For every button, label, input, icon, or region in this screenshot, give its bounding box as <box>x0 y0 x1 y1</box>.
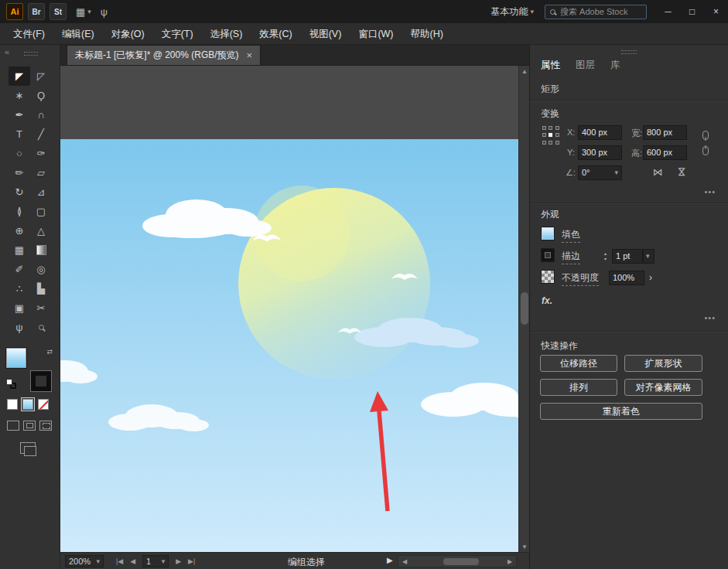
draw-behind-icon[interactable] <box>23 421 36 431</box>
menu-help[interactable]: 帮助(H) <box>402 23 452 45</box>
align-pixel-grid-button[interactable]: 对齐像素网格 <box>624 379 702 396</box>
line-segment-tool[interactable]: ╱ <box>30 124 52 144</box>
menu-type[interactable]: 文字(T) <box>153 23 202 45</box>
default-fill-stroke-icon[interactable] <box>6 379 16 389</box>
arrange-button[interactable]: 排列 <box>540 379 617 396</box>
vertical-scrollbar[interactable]: ▲ ▼ <box>518 66 529 552</box>
free-transform-tool[interactable]: ▢ <box>30 202 52 221</box>
mesh-tool[interactable]: ▦ <box>9 240 30 260</box>
bridge-button[interactable]: Br <box>28 3 45 20</box>
vertical-scroll-thumb[interactable] <box>521 292 528 325</box>
recolor-button[interactable]: 重新着色 <box>540 403 702 420</box>
horizontal-scrollbar[interactable]: ◀ ▶ <box>398 555 517 567</box>
search-input[interactable]: 搜索 Adobe Stock <box>545 5 647 19</box>
height-input[interactable]: 600 px <box>643 145 687 160</box>
fill-label[interactable]: 填色 <box>562 228 580 243</box>
stroke-weight-dropdown[interactable]: ▾ <box>643 249 655 264</box>
collapse-toolbar-icon[interactable]: « <box>5 47 9 56</box>
tab-libraries[interactable]: 库 <box>610 59 620 72</box>
menu-effect[interactable]: 效果(C) <box>251 23 300 45</box>
stock-button[interactable]: St <box>50 3 67 20</box>
menu-window[interactable]: 窗口(W) <box>350 23 402 45</box>
menu-edit[interactable]: 编辑(E) <box>53 23 103 45</box>
draw-normal-icon[interactable] <box>7 421 19 431</box>
opacity-select[interactable]: 100% <box>609 271 644 285</box>
perspective-grid-tool[interactable]: △ <box>30 221 52 240</box>
width-tool[interactable]: ≬ <box>9 202 30 221</box>
blend-tool[interactable]: ◎ <box>30 260 52 279</box>
color-button[interactable] <box>7 399 18 410</box>
workspace-switcher[interactable]: 基本功能 <box>490 5 528 19</box>
maximize-button[interactable]: □ <box>680 0 704 23</box>
more-options-icon[interactable]: ••• <box>704 187 716 196</box>
stepper-down-icon[interactable]: ▾ <box>604 257 607 261</box>
symbol-sprayer-tool[interactable]: ∴ <box>9 279 30 298</box>
fill-color-swatch[interactable] <box>6 348 26 368</box>
canvas-area[interactable]: ▲ ▼ <box>60 66 529 552</box>
opacity-label[interactable]: 不透明度 <box>562 271 599 286</box>
next-artboard-icon[interactable]: ▶ <box>176 557 181 565</box>
eraser-tool[interactable]: ▱ <box>30 163 52 182</box>
hand-share-icon[interactable]: ψ <box>101 6 108 18</box>
scroll-left-icon[interactable]: ◀ <box>400 558 409 565</box>
zoom-tool[interactable] <box>30 318 52 337</box>
selection-tool[interactable]: ◤ <box>9 66 30 86</box>
stroke-swatch[interactable] <box>542 249 554 261</box>
flip-horizontal-icon[interactable]: ⋈ <box>653 166 663 178</box>
shape-builder-tool[interactable]: ⊕ <box>9 221 30 240</box>
stroke-label[interactable]: 描边 <box>562 250 580 264</box>
layout-grid-icon[interactable]: ▦ <box>76 6 85 18</box>
stroke-weight-input[interactable]: 1 pt <box>612 249 643 264</box>
type-tool[interactable]: T <box>9 124 30 144</box>
artboard-number-select[interactable]: 1 ▾ <box>142 555 169 567</box>
panel-grip[interactable] <box>621 50 637 54</box>
tab-layers[interactable]: 图层 <box>576 59 595 72</box>
magic-wand-tool[interactable]: ∗ <box>9 86 30 105</box>
change-screen-mode-button[interactable] <box>20 442 36 454</box>
gradient-tool[interactable] <box>30 240 52 260</box>
reference-point-selector[interactable] <box>541 124 561 146</box>
minimize-button[interactable]: ─ <box>656 0 680 23</box>
close-tab-icon[interactable]: × <box>247 49 253 61</box>
draw-inside-icon[interactable] <box>39 421 52 431</box>
flip-vertical-icon[interactable]: ⋈ <box>676 167 688 177</box>
eyedropper-tool[interactable]: ✐ <box>9 260 30 279</box>
width-input[interactable]: 800 px <box>643 125 687 140</box>
swap-fill-stroke-icon[interactable]: ⇄ <box>46 348 53 356</box>
menu-view[interactable]: 视图(V) <box>301 23 350 45</box>
fill-swatch[interactable] <box>542 227 554 240</box>
direct-selection-tool[interactable]: ◸ <box>30 66 52 86</box>
opacity-swatch[interactable] <box>542 271 554 283</box>
offset-path-button[interactable]: 位移路径 <box>540 355 617 372</box>
angle-select[interactable]: 0° ▾ <box>578 165 622 180</box>
ellipse-tool[interactable]: ○ <box>9 144 30 163</box>
rotate-tool[interactable]: ↻ <box>9 182 30 202</box>
close-button[interactable]: × <box>704 0 728 23</box>
x-input[interactable]: 400 px <box>578 125 622 140</box>
menu-file[interactable]: 文件(F) <box>5 23 53 45</box>
menu-object[interactable]: 对象(O) <box>103 23 153 45</box>
stepper-up-icon[interactable]: ▴ <box>604 251 607 256</box>
toolbar-grip[interactable] <box>24 52 38 56</box>
opacity-expand-icon[interactable]: › <box>649 272 652 283</box>
curvature-tool[interactable]: ∩ <box>30 105 52 124</box>
y-input[interactable]: 300 px <box>578 145 622 160</box>
expand-shape-button[interactable]: 扩展形状 <box>624 355 702 372</box>
slice-tool[interactable]: ✂ <box>30 298 52 318</box>
menu-select[interactable]: 选择(S) <box>202 23 251 45</box>
hand-tool[interactable]: ψ <box>9 318 30 337</box>
pencil-tool[interactable]: ✏ <box>9 163 30 182</box>
status-options-icon[interactable]: ▶ <box>387 556 393 564</box>
last-artboard-icon[interactable]: ▶| <box>188 557 195 565</box>
lasso-tool[interactable]: Ϙ <box>30 86 52 105</box>
scroll-right-icon[interactable]: ▶ <box>505 558 514 565</box>
chevron-down-icon[interactable]: ▾ <box>530 8 534 15</box>
horizontal-scroll-thumb[interactable] <box>443 558 479 565</box>
more-options-icon[interactable]: ••• <box>704 313 716 322</box>
document-tab[interactable]: 未标题-1 [已恢复]* @ 200% (RGB/预览) × <box>67 45 261 65</box>
first-artboard-icon[interactable]: |◀ <box>116 557 123 565</box>
artboard[interactable] <box>60 139 518 552</box>
scale-tool[interactable]: ⊿ <box>30 182 52 202</box>
gradient-button[interactable] <box>22 399 33 410</box>
pen-tool[interactable]: ✒ <box>9 105 30 124</box>
